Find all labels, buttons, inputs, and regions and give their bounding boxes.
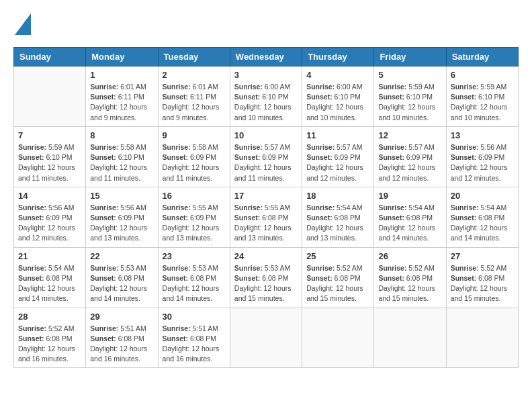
- calendar-day-cell: 25Sunrise: 5:52 AMSunset: 6:08 PMDayligh…: [302, 247, 374, 308]
- day-number: 29: [90, 312, 153, 322]
- day-number: 21: [18, 251, 81, 261]
- day-label: Sunrise:: [306, 143, 335, 151]
- day-label: Sunset:: [163, 214, 189, 222]
- day-label: Sunset:: [306, 153, 332, 161]
- day-info: Sunrise: 6:00 AMSunset: 6:10 PMDaylight:…: [234, 82, 298, 123]
- day-number: 27: [451, 251, 514, 261]
- logo-arrow-icon: [12, 13, 31, 35]
- calendar-day-cell: 2Sunrise: 6:01 AMSunset: 6:11 PMDaylight…: [158, 66, 230, 127]
- calendar-header-wednesday: Wednesday: [230, 48, 302, 66]
- day-label: Sunrise:: [306, 264, 335, 272]
- calendar-day-cell: 4Sunrise: 6:00 AMSunset: 6:10 PMDaylight…: [302, 66, 374, 127]
- day-label: Sunset:: [234, 214, 261, 222]
- calendar-week-1: 1Sunrise: 6:01 AMSunset: 6:11 PMDaylight…: [14, 66, 519, 127]
- day-number: 16: [163, 191, 226, 201]
- day-label: Sunrise:: [90, 264, 118, 272]
- day-label: Sunset:: [451, 153, 477, 161]
- day-label: Sunset:: [163, 334, 189, 342]
- calendar-header-saturday: Saturday: [446, 48, 518, 66]
- day-number: 15: [90, 191, 153, 201]
- day-info: Sunrise: 5:54 AMSunset: 6:08 PMDaylight:…: [18, 263, 81, 304]
- day-number: 11: [306, 130, 369, 140]
- day-label: Sunset:: [234, 93, 261, 101]
- calendar-day-cell: 28Sunrise: 5:52 AMSunset: 6:08 PMDayligh…: [14, 308, 86, 368]
- day-info: Sunrise: 5:56 AMSunset: 6:09 PMDaylight:…: [90, 203, 153, 244]
- day-label: Sunset:: [306, 274, 332, 282]
- day-info: Sunrise: 5:55 AMSunset: 6:08 PMDaylight:…: [234, 203, 298, 244]
- calendar-header-monday: Monday: [86, 48, 158, 66]
- calendar-day-cell: 6Sunrise: 5:59 AMSunset: 6:10 PMDaylight…: [446, 66, 518, 127]
- calendar-day-cell: 15Sunrise: 5:56 AMSunset: 6:09 PMDayligh…: [86, 187, 158, 247]
- day-label: Sunrise:: [451, 203, 479, 212]
- calendar-table: SundayMondayTuesdayWednesdayThursdayFrid…: [13, 47, 519, 368]
- calendar-day-cell: 16Sunrise: 5:55 AMSunset: 6:09 PMDayligh…: [158, 187, 230, 247]
- calendar-day-cell: 21Sunrise: 5:54 AMSunset: 6:08 PMDayligh…: [14, 247, 86, 308]
- day-info: Sunrise: 5:57 AMSunset: 6:09 PMDaylight:…: [306, 142, 369, 183]
- calendar-week-2: 7Sunrise: 5:59 AMSunset: 6:10 PMDaylight…: [14, 126, 519, 187]
- day-info: Sunrise: 5:52 AMSunset: 6:08 PMDaylight:…: [18, 324, 81, 365]
- calendar-day-cell: [14, 66, 86, 127]
- day-label: Sunrise:: [234, 83, 263, 91]
- day-label: Sunrise:: [18, 203, 46, 212]
- day-label: Sunset:: [18, 274, 44, 282]
- svg-marker-0: [15, 13, 31, 35]
- day-label: Sunrise:: [163, 264, 191, 272]
- day-label: Sunrise:: [451, 264, 479, 272]
- calendar-day-cell: 12Sunrise: 5:57 AMSunset: 6:09 PMDayligh…: [374, 126, 446, 187]
- calendar-day-cell: 10Sunrise: 5:57 AMSunset: 6:09 PMDayligh…: [230, 126, 302, 187]
- calendar-day-cell: 5Sunrise: 5:59 AMSunset: 6:10 PMDaylight…: [374, 66, 446, 127]
- day-info: Sunrise: 5:58 AMSunset: 6:09 PMDaylight:…: [163, 142, 226, 183]
- day-info: Sunrise: 5:55 AMSunset: 6:09 PMDaylight:…: [163, 203, 226, 244]
- day-info: Sunrise: 6:01 AMSunset: 6:11 PMDaylight:…: [90, 82, 153, 123]
- day-number: 22: [90, 251, 153, 261]
- calendar-day-cell: 8Sunrise: 5:58 AMSunset: 6:10 PMDaylight…: [86, 126, 158, 187]
- day-info: Sunrise: 5:59 AMSunset: 6:10 PMDaylight:…: [378, 82, 441, 123]
- day-number: 18: [306, 191, 369, 201]
- calendar-header-tuesday: Tuesday: [158, 48, 230, 66]
- calendar-header-friday: Friday: [374, 48, 446, 66]
- day-label: Sunrise:: [234, 203, 263, 212]
- calendar-day-cell: [446, 308, 518, 368]
- day-label: Sunset:: [90, 214, 116, 222]
- day-info: Sunrise: 6:01 AMSunset: 6:11 PMDaylight:…: [163, 82, 226, 123]
- calendar-day-cell: 24Sunrise: 5:53 AMSunset: 6:08 PMDayligh…: [230, 247, 302, 308]
- day-number: 2: [163, 70, 226, 80]
- day-number: 10: [234, 130, 298, 140]
- day-number: 30: [163, 312, 226, 322]
- day-number: 8: [90, 130, 153, 140]
- day-label: Sunset:: [90, 274, 116, 282]
- day-label: Sunrise:: [18, 324, 46, 332]
- calendar-day-cell: [302, 308, 374, 368]
- day-number: 13: [451, 130, 514, 140]
- calendar-day-cell: [230, 308, 302, 368]
- day-label: Sunrise:: [90, 83, 118, 91]
- calendar-day-cell: 17Sunrise: 5:55 AMSunset: 6:08 PMDayligh…: [230, 187, 302, 247]
- day-info: Sunrise: 5:56 AMSunset: 6:09 PMDaylight:…: [18, 203, 81, 244]
- day-label: Sunrise:: [451, 143, 479, 151]
- day-label: Sunset:: [378, 93, 404, 101]
- day-label: Sunrise:: [163, 203, 191, 212]
- calendar-day-cell: 18Sunrise: 5:54 AMSunset: 6:08 PMDayligh…: [302, 187, 374, 247]
- day-number: 24: [234, 251, 298, 261]
- calendar-day-cell: 23Sunrise: 5:53 AMSunset: 6:08 PMDayligh…: [158, 247, 230, 308]
- calendar-day-cell: 3Sunrise: 6:00 AMSunset: 6:10 PMDaylight…: [230, 66, 302, 127]
- day-label: Sunset:: [451, 274, 477, 282]
- day-label: Sunset:: [451, 93, 477, 101]
- day-label: Sunrise:: [451, 83, 479, 91]
- day-number: 17: [234, 191, 298, 201]
- calendar-day-cell: 14Sunrise: 5:56 AMSunset: 6:09 PMDayligh…: [14, 187, 86, 247]
- day-label: Sunset:: [378, 274, 404, 282]
- day-info: Sunrise: 5:52 AMSunset: 6:08 PMDaylight:…: [451, 263, 514, 304]
- day-label: Sunset:: [306, 214, 332, 222]
- day-label: Sunset:: [18, 334, 44, 342]
- day-label: Sunrise:: [306, 83, 335, 91]
- day-label: Sunset:: [378, 153, 404, 161]
- calendar-header-thursday: Thursday: [302, 48, 374, 66]
- logo: [13, 13, 31, 36]
- day-info: Sunrise: 5:59 AMSunset: 6:10 PMDaylight:…: [18, 142, 81, 183]
- calendar-day-cell: 20Sunrise: 5:54 AMSunset: 6:08 PMDayligh…: [446, 187, 518, 247]
- day-label: Sunrise:: [163, 324, 191, 332]
- day-label: Sunset:: [90, 153, 116, 161]
- day-label: Sunrise:: [234, 264, 263, 272]
- day-label: Sunset:: [163, 93, 189, 101]
